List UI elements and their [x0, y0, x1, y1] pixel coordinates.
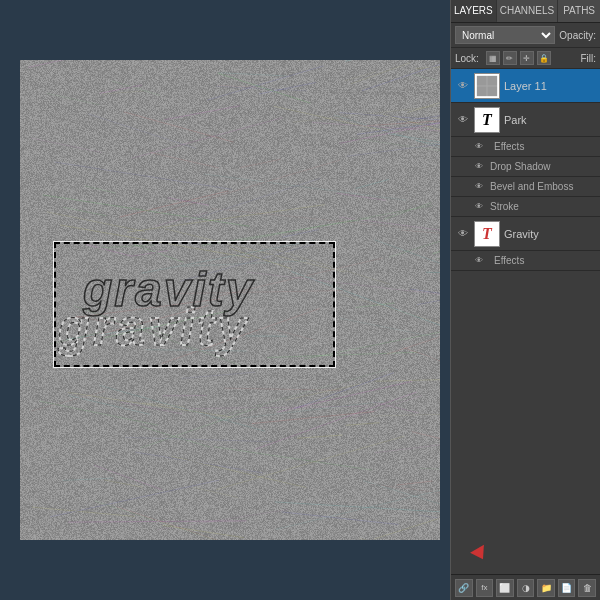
link-layers-button[interactable]: 🔗: [455, 579, 473, 597]
effect-stroke-park[interactable]: 👁 Stroke: [451, 197, 600, 217]
add-mask-button[interactable]: ⬜: [496, 579, 514, 597]
panel-bottom-toolbar: 🔗 fx ⬜ ◑ 📁 📄 🗑: [451, 574, 600, 600]
layer-thumb-park: T: [474, 107, 500, 133]
eye-icon-park[interactable]: 👁: [455, 112, 471, 128]
effect-name-stroke: Stroke: [490, 201, 519, 212]
layer-item-park[interactable]: 👁 T Park: [451, 103, 600, 137]
tab-channels[interactable]: CHANNELS: [497, 0, 558, 22]
layer-item-layer11[interactable]: 👁 Layer 11: [451, 69, 600, 103]
layer-item-gravity[interactable]: 👁 T Gravity: [451, 217, 600, 251]
layers-list: 👁 Layer 11 👁 T Park: [451, 69, 600, 574]
effects-label-gravity: Effects: [490, 255, 524, 266]
eye-symbol: 👁: [458, 80, 468, 91]
effects-group-gravity: 👁 Effects: [451, 251, 600, 271]
new-group-button[interactable]: 📁: [537, 579, 555, 597]
eye-icon-stroke[interactable]: 👁: [471, 199, 487, 215]
effect-drop-shadow-park[interactable]: 👁 Drop Shadow: [451, 157, 600, 177]
lock-paint-icon[interactable]: ✏: [503, 51, 517, 65]
effect-name-bevelemboss: Bevel and Emboss: [490, 181, 573, 192]
eye-icon-gravity[interactable]: 👁: [455, 226, 471, 242]
adjustment-layer-button[interactable]: ◑: [517, 579, 535, 597]
opacity-label: Opacity:: [559, 30, 596, 41]
effect-bevel-emboss-park[interactable]: 👁 Bevel and Emboss: [451, 177, 600, 197]
eye-icon-effects-gravity[interactable]: 👁: [471, 253, 487, 269]
eye-icon-effects-park[interactable]: 👁: [471, 139, 487, 155]
fx-button[interactable]: fx: [476, 579, 494, 597]
lock-row: Lock: ▦ ✏ ✛ 🔒 Fill:: [451, 48, 600, 69]
eye-icon-bevelemboss[interactable]: 👁: [471, 179, 487, 195]
layer-name-layer11: Layer 11: [504, 80, 596, 92]
lock-all-icon[interactable]: 🔒: [537, 51, 551, 65]
panel-tabs: LAYERS CHANNELS PATHS: [451, 0, 600, 23]
tab-paths[interactable]: PATHS: [558, 0, 600, 22]
image-container: gravity: [20, 60, 440, 540]
fill-label: Fill:: [580, 53, 596, 64]
lock-move-icon[interactable]: ✛: [520, 51, 534, 65]
new-layer-button[interactable]: 📄: [558, 579, 576, 597]
layer-thumb-gravity: T: [474, 221, 500, 247]
tab-layers[interactable]: LAYERS: [451, 0, 497, 22]
delete-layer-button[interactable]: 🗑: [578, 579, 596, 597]
layer-thumb-layer11: [474, 73, 500, 99]
layer-name-gravity: Gravity: [504, 228, 596, 240]
layers-panel: LAYERS CHANNELS PATHS Normal Multiply Sc…: [450, 0, 600, 600]
eye-icon-dropshadow[interactable]: 👁: [471, 159, 487, 175]
blend-mode-select[interactable]: Normal Multiply Screen Overlay: [455, 26, 555, 44]
effects-group-park: 👁 Effects: [451, 137, 600, 157]
lock-label: Lock:: [455, 53, 479, 64]
blend-mode-row: Normal Multiply Screen Overlay Opacity:: [451, 23, 600, 48]
effects-label-park: Effects: [490, 141, 524, 152]
layer-name-park: Park: [504, 114, 596, 126]
metal-canvas: [20, 60, 440, 540]
effect-name-dropshadow: Drop Shadow: [490, 161, 551, 172]
eye-icon-layer11[interactable]: 👁: [455, 78, 471, 94]
canvas-area: gravity: [0, 0, 460, 600]
lock-transparency-icon[interactable]: ▦: [486, 51, 500, 65]
